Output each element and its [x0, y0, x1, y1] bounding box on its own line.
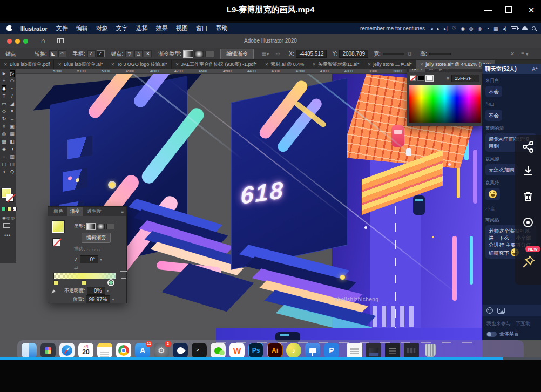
doc-tab[interactable]: ✕JAL工作室合作协议 (930图) -1.pdf*	[172, 60, 261, 69]
selection-tool-icon[interactable]: ►	[2, 71, 6, 77]
clock-icon[interactable]: ◔	[486, 26, 489, 31]
none-swatch[interactable]	[410, 75, 416, 81]
play-track-icon[interactable]: ▸	[437, 26, 439, 31]
location-input[interactable]: 99.97%	[86, 295, 111, 303]
trash-icon[interactable]	[522, 190, 535, 203]
hand-tool-icon[interactable]: ◖	[3, 169, 5, 175]
keynote-icon[interactable]	[305, 343, 320, 358]
doc-tab[interactable]: ✕To 3 OGO logo 传输.ai*	[107, 60, 172, 69]
status-icon-2[interactable]: ◎	[478, 26, 482, 31]
close-icon[interactable]: ✕	[527, 6, 536, 15]
gradient-button[interactable]	[7, 207, 11, 211]
close-tab-icon[interactable]: ✕	[4, 62, 8, 67]
spotlight-search-icon[interactable]	[532, 26, 536, 30]
chrome-icon[interactable]	[116, 343, 131, 358]
edit-gradient-button-panel[interactable]: 编辑渐变	[82, 233, 111, 243]
angle-input[interactable]: 0°	[80, 255, 98, 263]
artboard-tool-icon[interactable]: ▢	[2, 161, 6, 167]
doc-tab[interactable]: ✕矢量智能对象11.ai*	[308, 60, 363, 69]
x-input[interactable]: -4485.512	[296, 50, 327, 58]
font-size-button[interactable]: A⁺	[532, 66, 538, 72]
color-button[interactable]	[2, 207, 6, 211]
mute-all-toggle[interactable]	[486, 332, 497, 337]
paintbrush-tool-icon[interactable]: ◢	[10, 101, 14, 107]
screenshot-thumb-icon[interactable]	[404, 343, 419, 358]
gradient-tool-icon[interactable]: ◧	[10, 139, 15, 145]
gradient-stop[interactable]	[53, 280, 58, 285]
gradient-stop-selected[interactable]	[109, 280, 113, 285]
eyedropper-icon[interactable]	[51, 287, 58, 294]
location-dropdown-icon[interactable]: ▾	[112, 297, 114, 302]
symbol-sprayer-tool-icon[interactable]: ◌	[3, 154, 5, 160]
stroke-color-swatch[interactable]	[6, 194, 14, 202]
width-tool-icon[interactable]: ◊	[3, 124, 5, 130]
delete-stop-icon[interactable]	[121, 273, 126, 279]
battery-icon[interactable]	[511, 26, 518, 30]
heart-icon[interactable]: ♡	[452, 26, 456, 31]
screen-mode-icon[interactable]	[3, 223, 10, 228]
image-upload-icon[interactable]	[497, 308, 505, 314]
minimize-icon[interactable]	[484, 6, 492, 11]
launchpad-icon[interactable]	[40, 343, 56, 358]
rectangle-tool-icon[interactable]: ▭	[2, 101, 6, 107]
mesh-tool-icon[interactable]: ▩	[2, 139, 6, 145]
screenshot-thumb-icon[interactable]	[385, 343, 400, 358]
doc-tab[interactable]: ✕Blue lab报价单.pdf	[0, 60, 54, 69]
doc-tab[interactable]: ✕jelly store 二色.ai*	[363, 60, 416, 69]
reference-point-icon[interactable]: ⊹	[276, 51, 280, 57]
close-tab-icon[interactable]: ✕	[312, 62, 316, 67]
maximize-icon[interactable]	[505, 6, 512, 13]
apple-logo-icon[interactable]	[6, 25, 12, 31]
bird-app-icon[interactable]	[173, 343, 188, 358]
close-tab-icon[interactable]: ✕	[420, 62, 424, 67]
panel-menu-icon[interactable]: ≡	[121, 209, 124, 214]
notes-icon[interactable]	[97, 343, 112, 358]
none-button[interactable]	[12, 207, 17, 211]
grid-options-icon[interactable]: ▦▾	[261, 51, 269, 57]
height-input[interactable]	[429, 53, 451, 55]
pin-icon[interactable]	[522, 255, 536, 269]
menubar-app-name[interactable]: Illustrator	[20, 25, 48, 32]
hex-value-input[interactable]: 15FF7F	[451, 75, 479, 82]
trash-dock-icon[interactable]	[423, 343, 438, 358]
system-preferences-icon[interactable]: ⚙2	[154, 343, 169, 358]
more-options-icon[interactable]: ≡ ▾	[521, 51, 529, 57]
close-tab-icon[interactable]: ✕	[111, 62, 115, 67]
magic-wand-tool-icon[interactable]: +	[3, 78, 5, 84]
white-swatch[interactable]	[426, 76, 433, 81]
tab-color-guide[interactable]: 颜色参考	[425, 69, 451, 72]
scissors-tool-icon[interactable]: ✕	[10, 109, 15, 114]
radial-type-icon[interactable]	[97, 224, 105, 229]
black-swatch[interactable]	[417, 76, 424, 81]
convert-smooth-icon[interactable]: ◠	[58, 50, 66, 57]
close-tab-icon[interactable]: ✕	[265, 62, 269, 67]
show-handles-icon[interactable]: ∠	[87, 50, 96, 57]
safari-icon[interactable]	[59, 343, 75, 358]
shape-builder-tool-icon[interactable]: ◍	[2, 131, 6, 137]
direct-selection-tool-icon[interactable]: ▷	[10, 71, 14, 77]
tab-color[interactable]: 颜色	[50, 207, 66, 216]
pen-tool-icon[interactable]: ◆	[2, 86, 6, 92]
linear-type-icon[interactable]	[87, 224, 95, 229]
slice-tool-icon[interactable]: ◫	[10, 161, 15, 167]
cut-path-icon[interactable]: ✕	[144, 50, 152, 57]
tab-gradient[interactable]: 渐变	[67, 207, 83, 216]
calendar-icon[interactable]: 7月20	[78, 343, 93, 358]
graph-tool-icon[interactable]: ▥	[10, 154, 15, 160]
menu-window[interactable]: 窗口	[196, 24, 208, 32]
edit-gradient-button[interactable]: 编辑渐变	[220, 49, 254, 59]
y-input[interactable]: 2008.789	[339, 50, 368, 58]
curvature-tool-icon[interactable]: ~	[11, 86, 13, 92]
remove-anchor-icon[interactable]: ▽	[125, 50, 133, 57]
gradient-stop[interactable]	[82, 280, 86, 285]
menu-object[interactable]: 对象	[96, 24, 108, 32]
freeform-type-icon[interactable]	[106, 224, 114, 229]
perspective-tool-icon[interactable]: ▦	[10, 131, 15, 137]
eyedropper-tool-icon[interactable]: ◈	[2, 146, 6, 152]
close-tab-icon[interactable]: ✕	[367, 62, 371, 67]
lasso-tool-icon[interactable]: ◠	[10, 78, 15, 84]
width-input[interactable]	[383, 53, 404, 55]
chat-input[interactable]: 我也来参与一下互动	[486, 320, 537, 327]
volume-menu-icon[interactable]: ◂)	[502, 26, 506, 31]
input-source-icon[interactable]: ▦	[493, 26, 498, 31]
